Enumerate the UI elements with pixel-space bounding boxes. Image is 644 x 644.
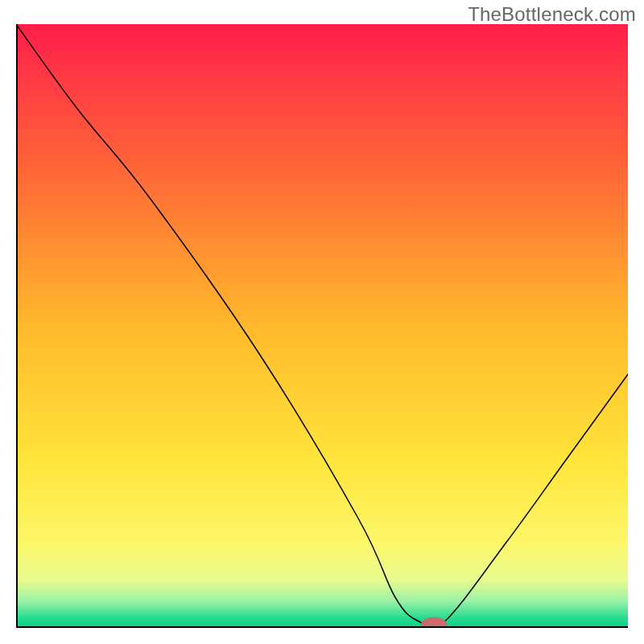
chart-container: TheBottleneck.com: [0, 0, 644, 644]
plot-area: [16, 24, 628, 628]
plot-svg: [16, 24, 628, 628]
gradient-rect: [16, 24, 628, 628]
watermark-text: TheBottleneck.com: [468, 3, 636, 26]
